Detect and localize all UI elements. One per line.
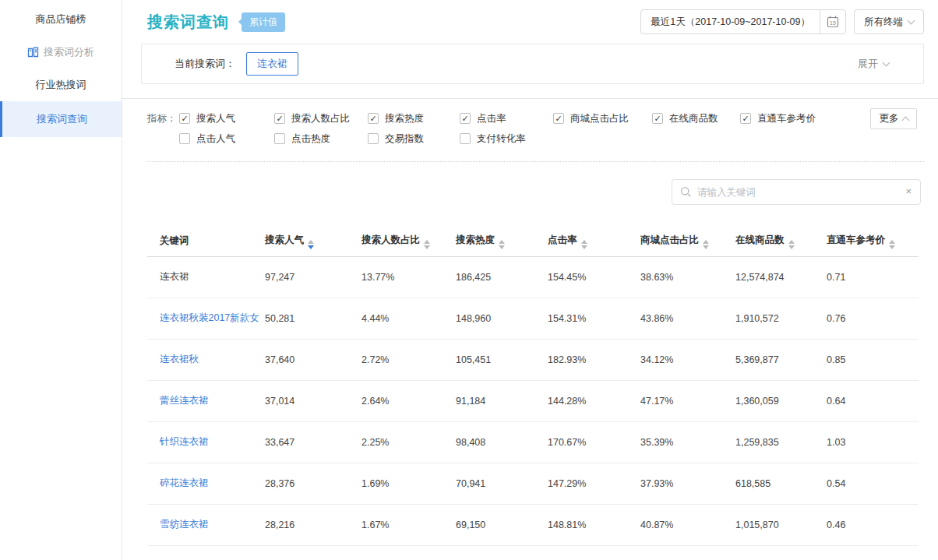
sort-icon [308,240,314,249]
sidebar-item-product-shop-rank[interactable]: 商品店铺榜 [0,3,122,36]
checkbox-label: 点击人气 [196,132,235,146]
clear-search-icon[interactable]: × [905,185,912,197]
value-cell: 0.85 [814,339,919,380]
value-cell: 2.25% [349,421,443,463]
value-cell: 91,184 [443,380,535,421]
keyword-link[interactable]: 连衣裙秋 [160,354,199,365]
keyword-link[interactable]: 连衣裙秋装2017新款女 [160,312,259,323]
table-row: 蕾丝连衣裙 37,014 2.64% 91,184 144.28% 47.17%… [147,380,919,421]
checkbox-label: 交易指数 [385,132,424,146]
column-header-searcher-ratio[interactable]: 搜索人数占比 [349,227,443,256]
checkbox-click-popularity[interactable]: 点击人气 [179,132,274,146]
checkbox-mall-click-ratio[interactable]: 商城点击占比 [553,112,652,125]
column-header-online-products[interactable]: 在线商品数 [723,227,814,256]
checkbox-click-rate[interactable]: 点击率 [460,112,553,125]
indicator-filter: 指标： 搜索人气 搜索人数占比 搜索热度 [122,108,938,149]
value-cell: 40.87% [628,504,723,545]
calendar-button[interactable]: 15 [820,10,845,33]
column-header-keyword: 关键词 [147,227,252,256]
sidebar-item-label: 商品店铺榜 [36,12,86,26]
sidebar-item-search-term-query[interactable]: 搜索词查询 [0,101,122,137]
checkbox-search-heat[interactable]: 搜索热度 [368,112,460,125]
sort-icon [889,240,895,249]
date-range-control: 最近1天（2017-10-09~2017-10-09） 15 [640,9,846,34]
value-cell: 37,014 [252,380,349,421]
date-range-label: 最近1天（2017-10-09~2017-10-09） [651,16,810,29]
value-cell: 1,259,835 [723,421,814,463]
value-cell: 1.67% [349,504,443,545]
column-header-click-rate[interactable]: 点击率 [535,227,628,256]
keyword-link[interactable]: 碎花连衣裙 [160,477,209,488]
value-cell: 0.54 [814,463,919,504]
terminal-select-label: 所有终端 [864,16,903,29]
keyword-link[interactable]: 针织连衣裙 [160,436,209,447]
checkbox-icon [179,133,190,144]
checkbox-label: 点击热度 [291,132,330,146]
checkbox-icon [740,113,751,124]
column-header-mall-click-ratio[interactable]: 商城点击占比 [628,227,723,256]
top-controls: 最近1天（2017-10-09~2017-10-09） 15 所有终端 [640,9,924,34]
checkbox-searcher-ratio[interactable]: 搜索人数占比 [274,112,368,125]
search-icon [680,186,692,201]
value-cell: 154.31% [535,298,628,339]
chevron-down-icon [883,59,890,67]
table-header-row: 关键词 搜索人气 搜索人数占比 搜索热度 点击率 商城点击占比 在线商品数 直通… [147,227,919,256]
value-cell: 28,216 [252,504,349,545]
sort-icon [499,240,505,249]
keyword-cell: 连衣裙 [160,271,189,282]
checkbox-icon [553,113,564,124]
column-header-ztc-price[interactable]: 直通车参考价 [814,227,919,256]
current-term-tag[interactable]: 连衣裙 [246,52,298,76]
table-row: 连衣裙 97,247 13.77% 186,425 154.45% 38.63%… [147,256,919,298]
indicator-row-1: 搜索人气 搜索人数占比 搜索热度 点击率 [179,108,938,129]
sidebar-item-industry-hot-words[interactable]: 行业热搜词 [0,69,122,101]
value-cell: 186,425 [443,256,535,298]
value-cell: 4.44% [349,298,443,339]
value-cell: 105,451 [443,339,535,380]
checkbox-search-popularity[interactable]: 搜索人气 [179,112,274,125]
checkbox-payment-conversion[interactable]: 支付转化率 [460,132,553,146]
topbar: 搜索词查询 累计值 最近1天（2017-10-09~2017-10-09） 15… [122,0,938,44]
checkbox-icon [274,113,285,124]
value-cell: 144.28% [535,380,628,421]
keyword-link[interactable]: 蕾丝连衣裙 [160,395,209,406]
chevron-up-icon [901,117,909,125]
indicator-label: 指标： [147,108,179,149]
more-button[interactable]: 更多 [870,108,917,129]
value-cell: 2.72% [349,339,443,380]
checkbox-online-products[interactable]: 在线商品数 [652,112,740,125]
column-header-search-heat[interactable]: 搜索热度 [443,227,535,256]
checkbox-click-heat[interactable]: 点击热度 [274,132,368,146]
value-cell: 1,910,572 [723,298,814,339]
value-cell: 37.93% [628,463,723,504]
sidebar-group-search-term-analysis: 搜索词分析 [0,36,122,69]
table-row: 针织连衣裙 33,647 2.25% 98,408 170.67% 35.39%… [147,421,919,463]
value-cell: 43.86% [628,298,723,339]
calendar-day-number: 15 [830,20,836,26]
value-cell: 148,960 [443,298,535,339]
checkbox-transaction-index[interactable]: 交易指数 [368,132,460,146]
keyword-link[interactable]: 雪纺连衣裙 [160,519,209,530]
table-row: 雪纺连衣裙 28,216 1.67% 69,150 148.81% 40.87%… [147,504,919,545]
checkbox-icon [368,133,379,144]
value-cell: 13.77% [349,256,443,298]
checkbox-ztc-reference-price[interactable]: 直通车参考价 [740,112,857,125]
column-header-search-popularity[interactable]: 搜索人气 [252,227,349,256]
value-cell: 98,408 [443,421,535,463]
expand-label: 展开 [858,57,878,71]
value-cell: 1,015,870 [723,504,814,545]
checkbox-label: 搜索人数占比 [291,112,350,125]
keyword-search-input[interactable] [672,180,920,204]
value-cell: 0.46 [814,504,919,545]
checkbox-icon [460,113,471,124]
table-row: 碎花连衣裙 28,376 1.69% 70,941 147.29% 37.93%… [147,463,919,504]
indicator-rows: 搜索人气 搜索人数占比 搜索热度 点击率 [179,108,938,149]
expand-toggle[interactable]: 展开 [858,57,889,71]
value-cell: 50,281 [252,298,349,339]
value-cell: 618,585 [723,463,814,504]
value-cell: 1,360,059 [723,380,814,421]
date-range-button[interactable]: 最近1天（2017-10-09~2017-10-09） [641,10,820,33]
checkbox-label: 点击率 [477,112,506,125]
terminal-select[interactable]: 所有终端 [854,9,924,34]
calendar-icon: 15 [826,15,840,29]
